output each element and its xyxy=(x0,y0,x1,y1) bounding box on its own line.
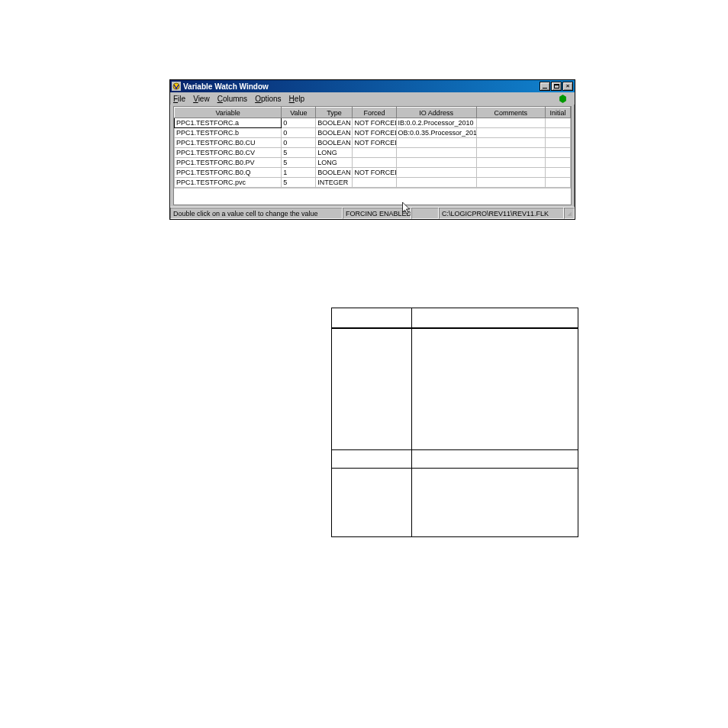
cell-variable[interactable]: PPC1.TESTFORC.a xyxy=(175,118,282,128)
cell-variable[interactable]: PPC1.TESTFORC.B0.CU xyxy=(175,138,282,148)
cell-variable[interactable]: PPC1.TESTFORC.B0.PV xyxy=(175,158,282,168)
col-type[interactable]: Type xyxy=(316,108,353,118)
cell-variable[interactable]: PPC1.TESTFORC.B0.Q xyxy=(175,168,282,178)
col-comments[interactable]: Comments xyxy=(476,108,545,118)
close-button[interactable]: × xyxy=(562,82,573,91)
cell-comments[interactable] xyxy=(476,168,545,178)
menu-columns[interactable]: Columns xyxy=(217,95,247,103)
cell-io[interactable] xyxy=(396,168,476,178)
aux-cell xyxy=(332,469,412,537)
table-row[interactable]: PPC1.TESTFORC.a0BOOLEANNOT FORCEDIB:0.0.… xyxy=(175,118,571,128)
cell-variable[interactable]: PPC1.TESTFORC.b xyxy=(175,128,282,138)
table-row[interactable]: PPC1.TESTFORC.B0.CU0BOOLEANNOT FORCED xyxy=(175,138,571,148)
minimize-button[interactable] xyxy=(540,82,550,91)
cell-io[interactable] xyxy=(396,138,476,148)
menu-view[interactable]: View xyxy=(193,95,210,103)
svg-line-4 xyxy=(571,214,572,215)
variable-grid[interactable]: Variable Value Type Forced IO Address Co… xyxy=(173,106,572,205)
col-initial[interactable]: Initial xyxy=(545,108,570,118)
status-hint: Double click on a value cell to change t… xyxy=(170,208,343,219)
cell-type[interactable]: LONG xyxy=(316,148,353,158)
table-row[interactable]: PPC1.TESTFORC.pvc5INTEGER xyxy=(175,178,571,188)
maximize-button[interactable] xyxy=(551,82,562,91)
cell-initial[interactable] xyxy=(545,178,570,188)
aux-cell xyxy=(332,328,412,450)
cell-type[interactable]: BOOLEAN xyxy=(316,168,353,178)
aux-cell xyxy=(332,450,412,469)
aux-cell xyxy=(332,308,412,328)
cell-type[interactable]: INTEGER xyxy=(316,178,353,188)
cell-forced[interactable] xyxy=(353,148,396,158)
cell-variable[interactable]: PPC1.TESTFORC.pvc xyxy=(175,178,282,188)
cell-io[interactable] xyxy=(396,148,476,158)
cell-forced[interactable]: NOT FORCED xyxy=(353,138,396,148)
col-io-address[interactable]: IO Address xyxy=(396,108,476,118)
grid-empty-area[interactable] xyxy=(174,188,571,205)
menubar: File View Columns Options Help xyxy=(170,92,575,105)
col-value[interactable]: Value xyxy=(282,108,316,118)
cell-io[interactable]: IB:0.0.2.Processor_2010 xyxy=(396,118,476,128)
cell-initial[interactable] xyxy=(545,158,570,168)
cell-io[interactable]: OB:0.0.35.Processor_2010 xyxy=(396,128,476,138)
cell-comments[interactable] xyxy=(476,128,545,138)
cell-type[interactable]: BOOLEAN xyxy=(316,138,353,148)
cell-value[interactable]: 0 xyxy=(282,118,316,128)
cell-variable[interactable]: PPC1.TESTFORC.B0.CV xyxy=(175,148,282,158)
resize-grip[interactable] xyxy=(564,208,575,219)
menu-options[interactable]: Options xyxy=(255,95,281,103)
cell-initial[interactable] xyxy=(545,138,570,148)
cell-io[interactable] xyxy=(396,178,476,188)
cell-initial[interactable] xyxy=(545,128,570,138)
cell-value[interactable]: 5 xyxy=(282,148,316,158)
aux-cell xyxy=(412,308,578,328)
window-title: Variable Watch Window xyxy=(183,82,540,91)
cell-comments[interactable] xyxy=(476,138,545,148)
table-row[interactable]: PPC1.TESTFORC.B0.PV5LONG xyxy=(175,158,571,168)
cell-forced[interactable]: NOT FORCED xyxy=(353,168,396,178)
cell-comments[interactable] xyxy=(476,148,545,158)
cell-comments[interactable] xyxy=(476,178,545,188)
aux-cell xyxy=(412,450,578,469)
aux-empty-table xyxy=(331,308,578,537)
table-row[interactable]: PPC1.TESTFORC.B0.Q1BOOLEANNOT FORCED xyxy=(175,168,571,178)
cell-forced[interactable] xyxy=(353,158,396,168)
col-forced[interactable]: Forced xyxy=(353,108,396,118)
cell-forced[interactable]: NOT FORCED xyxy=(353,128,396,138)
cell-initial[interactable] xyxy=(545,168,570,178)
menu-help[interactable]: Help xyxy=(289,95,305,103)
titlebar[interactable]: Variable Watch Window × xyxy=(170,80,575,92)
cell-comments[interactable] xyxy=(476,118,545,128)
table-row[interactable]: PPC1.TESTFORC.B0.CV5LONG xyxy=(175,148,571,158)
status-spacer xyxy=(411,208,439,219)
cell-type[interactable]: BOOLEAN xyxy=(316,128,353,138)
status-forcing: FORCING ENABLED xyxy=(343,208,411,219)
svg-marker-1 xyxy=(559,95,566,103)
cell-initial[interactable] xyxy=(545,118,570,128)
statusbar: Double click on a value cell to change t… xyxy=(170,207,575,219)
cell-value[interactable]: 0 xyxy=(282,138,316,148)
aux-cell xyxy=(412,469,578,537)
menu-file[interactable]: File xyxy=(173,95,185,103)
cell-forced[interactable]: NOT FORCED xyxy=(353,118,396,128)
cell-value[interactable]: 5 xyxy=(282,178,316,188)
cell-comments[interactable] xyxy=(476,158,545,168)
status-path: C:\LOGICPRO\REV11\REV11.FLK xyxy=(439,208,564,219)
cell-value[interactable]: 1 xyxy=(282,168,316,178)
col-variable[interactable]: Variable xyxy=(175,108,282,118)
connection-status-icon xyxy=(559,95,567,105)
cell-forced[interactable] xyxy=(353,178,396,188)
cell-type[interactable]: LONG xyxy=(316,158,353,168)
table-row[interactable]: PPC1.TESTFORC.b0BOOLEANNOT FORCEDOB:0.0.… xyxy=(175,128,571,138)
app-icon xyxy=(172,82,181,91)
cell-type[interactable]: BOOLEAN xyxy=(316,118,353,128)
cell-value[interactable]: 0 xyxy=(282,128,316,138)
aux-cell xyxy=(412,328,578,450)
variable-watch-window: Variable Watch Window × File View Column… xyxy=(169,79,575,220)
cell-io[interactable] xyxy=(396,158,476,168)
cell-initial[interactable] xyxy=(545,148,570,158)
cell-value[interactable]: 5 xyxy=(282,158,316,168)
grid-header-row: Variable Value Type Forced IO Address Co… xyxy=(175,108,571,118)
